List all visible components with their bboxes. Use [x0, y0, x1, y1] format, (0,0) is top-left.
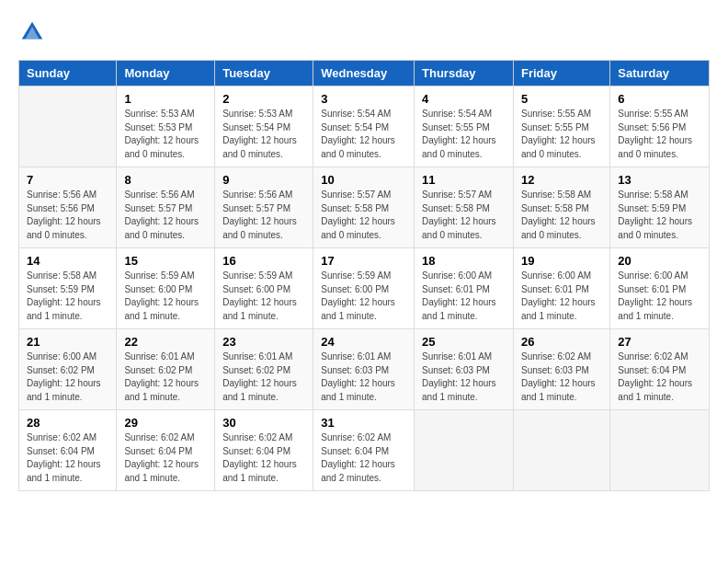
calendar-cell: 5Sunrise: 5:55 AMSunset: 5:55 PMDaylight…: [513, 86, 609, 167]
calendar-cell: 17Sunrise: 5:59 AMSunset: 6:00 PMDayligh…: [313, 248, 415, 329]
day-info: Sunrise: 5:56 AMSunset: 5:57 PMDaylight:…: [124, 189, 207, 242]
day-info: Sunrise: 5:55 AMSunset: 5:56 PMDaylight:…: [618, 108, 701, 161]
page-header: [18, 18, 710, 46]
calendar-cell: 30Sunrise: 6:02 AMSunset: 6:04 PMDayligh…: [215, 410, 313, 491]
weekday-header-sunday: Sunday: [19, 61, 117, 86]
week-row-5: 28Sunrise: 6:02 AMSunset: 6:04 PMDayligh…: [19, 410, 710, 491]
day-number: 23: [222, 335, 305, 349]
day-number: 5: [521, 92, 602, 106]
day-info: Sunrise: 6:00 AMSunset: 6:01 PMDaylight:…: [618, 270, 701, 323]
day-info: Sunrise: 5:59 AMSunset: 6:00 PMDaylight:…: [124, 270, 207, 323]
day-info: Sunrise: 6:00 AMSunset: 6:02 PMDaylight:…: [27, 350, 108, 404]
day-info: Sunrise: 6:01 AMSunset: 6:02 PMDaylight:…: [124, 350, 207, 404]
calendar-cell: 14Sunrise: 5:58 AMSunset: 5:59 PMDayligh…: [19, 248, 117, 329]
day-info: Sunrise: 5:59 AMSunset: 6:00 PMDaylight:…: [321, 270, 406, 323]
calendar-cell: 12Sunrise: 5:58 AMSunset: 5:58 PMDayligh…: [513, 167, 609, 248]
calendar-cell: 23Sunrise: 6:01 AMSunset: 6:02 PMDayligh…: [215, 329, 313, 410]
day-info: Sunrise: 5:57 AMSunset: 5:58 PMDaylight:…: [422, 189, 506, 242]
day-info: Sunrise: 6:00 AMSunset: 6:01 PMDaylight:…: [521, 270, 602, 323]
calendar-cell: [19, 86, 117, 167]
calendar-cell: 7Sunrise: 5:56 AMSunset: 5:56 PMDaylight…: [19, 167, 117, 248]
calendar-cell: 20Sunrise: 6:00 AMSunset: 6:01 PMDayligh…: [610, 248, 710, 329]
day-number: 26: [521, 335, 602, 349]
calendar-cell: 28Sunrise: 6:02 AMSunset: 6:04 PMDayligh…: [19, 410, 117, 491]
day-info: Sunrise: 5:58 AMSunset: 5:59 PMDaylight:…: [27, 270, 108, 323]
calendar-cell: 13Sunrise: 5:58 AMSunset: 5:59 PMDayligh…: [610, 167, 710, 248]
day-number: 30: [222, 416, 305, 430]
day-info: Sunrise: 5:54 AMSunset: 5:54 PMDaylight:…: [321, 108, 406, 161]
day-number: 15: [124, 254, 207, 268]
day-info: Sunrise: 5:55 AMSunset: 5:55 PMDaylight:…: [521, 108, 602, 161]
calendar-cell: 26Sunrise: 6:02 AMSunset: 6:03 PMDayligh…: [513, 329, 609, 410]
day-info: Sunrise: 6:00 AMSunset: 6:01 PMDaylight:…: [422, 270, 506, 323]
weekday-header-friday: Friday: [513, 61, 609, 86]
day-info: Sunrise: 6:02 AMSunset: 6:04 PMDaylight:…: [27, 431, 108, 485]
calendar-cell: 21Sunrise: 6:00 AMSunset: 6:02 PMDayligh…: [19, 329, 117, 410]
calendar-cell: 3Sunrise: 5:54 AMSunset: 5:54 PMDaylight…: [313, 86, 415, 167]
calendar-cell: 22Sunrise: 6:01 AMSunset: 6:02 PMDayligh…: [117, 329, 215, 410]
day-number: 2: [222, 92, 305, 106]
day-info: Sunrise: 5:58 AMSunset: 5:58 PMDaylight:…: [521, 189, 602, 242]
day-info: Sunrise: 6:02 AMSunset: 6:04 PMDaylight:…: [618, 350, 701, 404]
day-number: 27: [618, 335, 701, 349]
header-row: SundayMondayTuesdayWednesdayThursdayFrid…: [19, 61, 710, 86]
day-info: Sunrise: 6:02 AMSunset: 6:03 PMDaylight:…: [521, 350, 602, 404]
day-info: Sunrise: 6:01 AMSunset: 6:02 PMDaylight:…: [222, 350, 305, 404]
calendar-cell: 8Sunrise: 5:56 AMSunset: 5:57 PMDaylight…: [117, 167, 215, 248]
day-number: 12: [521, 173, 602, 187]
week-row-2: 7Sunrise: 5:56 AMSunset: 5:56 PMDaylight…: [19, 167, 710, 248]
day-number: 18: [422, 254, 506, 268]
day-info: Sunrise: 5:54 AMSunset: 5:55 PMDaylight:…: [422, 108, 506, 161]
calendar-cell: [610, 410, 710, 491]
day-info: Sunrise: 6:02 AMSunset: 6:04 PMDaylight:…: [321, 431, 406, 485]
calendar-cell: 25Sunrise: 6:01 AMSunset: 6:03 PMDayligh…: [415, 329, 514, 410]
day-info: Sunrise: 5:56 AMSunset: 5:56 PMDaylight:…: [27, 189, 108, 242]
weekday-header-monday: Monday: [117, 61, 215, 86]
day-number: 31: [321, 416, 406, 430]
logo-icon: [18, 18, 46, 46]
day-info: Sunrise: 6:02 AMSunset: 6:04 PMDaylight:…: [222, 431, 305, 485]
calendar-cell: 15Sunrise: 5:59 AMSunset: 6:00 PMDayligh…: [117, 248, 215, 329]
weekday-header-thursday: Thursday: [415, 61, 514, 86]
day-number: 19: [521, 254, 602, 268]
day-info: Sunrise: 5:53 AMSunset: 5:54 PMDaylight:…: [222, 108, 305, 161]
day-number: 11: [422, 173, 506, 187]
calendar-table: SundayMondayTuesdayWednesdayThursdayFrid…: [18, 60, 710, 491]
day-number: 20: [618, 254, 701, 268]
day-number: 7: [27, 173, 108, 187]
day-info: Sunrise: 6:01 AMSunset: 6:03 PMDaylight:…: [321, 350, 406, 404]
day-number: 14: [27, 254, 108, 268]
calendar-cell: 2Sunrise: 5:53 AMSunset: 5:54 PMDaylight…: [215, 86, 313, 167]
weekday-header-wednesday: Wednesday: [313, 61, 415, 86]
calendar-cell: 6Sunrise: 5:55 AMSunset: 5:56 PMDaylight…: [610, 86, 710, 167]
day-info: Sunrise: 5:59 AMSunset: 6:00 PMDaylight:…: [222, 270, 305, 323]
calendar-cell: 19Sunrise: 6:00 AMSunset: 6:01 PMDayligh…: [513, 248, 609, 329]
day-number: 4: [422, 92, 506, 106]
calendar-cell: 29Sunrise: 6:02 AMSunset: 6:04 PMDayligh…: [117, 410, 215, 491]
calendar-cell: 16Sunrise: 5:59 AMSunset: 6:00 PMDayligh…: [215, 248, 313, 329]
week-row-4: 21Sunrise: 6:00 AMSunset: 6:02 PMDayligh…: [19, 329, 710, 410]
day-info: Sunrise: 6:02 AMSunset: 6:04 PMDaylight:…: [124, 431, 207, 485]
day-info: Sunrise: 6:01 AMSunset: 6:03 PMDaylight:…: [422, 350, 506, 404]
day-number: 24: [321, 335, 406, 349]
day-number: 29: [124, 416, 207, 430]
day-info: Sunrise: 5:56 AMSunset: 5:57 PMDaylight:…: [222, 189, 305, 242]
calendar-cell: 11Sunrise: 5:57 AMSunset: 5:58 PMDayligh…: [415, 167, 514, 248]
day-number: 16: [222, 254, 305, 268]
day-number: 1: [124, 92, 207, 106]
calendar-cell: 9Sunrise: 5:56 AMSunset: 5:57 PMDaylight…: [215, 167, 313, 248]
calendar-cell: 4Sunrise: 5:54 AMSunset: 5:55 PMDaylight…: [415, 86, 514, 167]
calendar-cell: 31Sunrise: 6:02 AMSunset: 6:04 PMDayligh…: [313, 410, 415, 491]
day-info: Sunrise: 5:57 AMSunset: 5:58 PMDaylight:…: [321, 189, 406, 242]
day-number: 25: [422, 335, 506, 349]
day-number: 9: [222, 173, 305, 187]
logo: [18, 18, 50, 46]
day-number: 8: [124, 173, 207, 187]
day-number: 10: [321, 173, 406, 187]
week-row-1: 1Sunrise: 5:53 AMSunset: 5:53 PMDaylight…: [19, 86, 710, 167]
calendar-cell: 24Sunrise: 6:01 AMSunset: 6:03 PMDayligh…: [313, 329, 415, 410]
week-row-3: 14Sunrise: 5:58 AMSunset: 5:59 PMDayligh…: [19, 248, 710, 329]
day-number: 17: [321, 254, 406, 268]
day-number: 22: [124, 335, 207, 349]
day-number: 3: [321, 92, 406, 106]
